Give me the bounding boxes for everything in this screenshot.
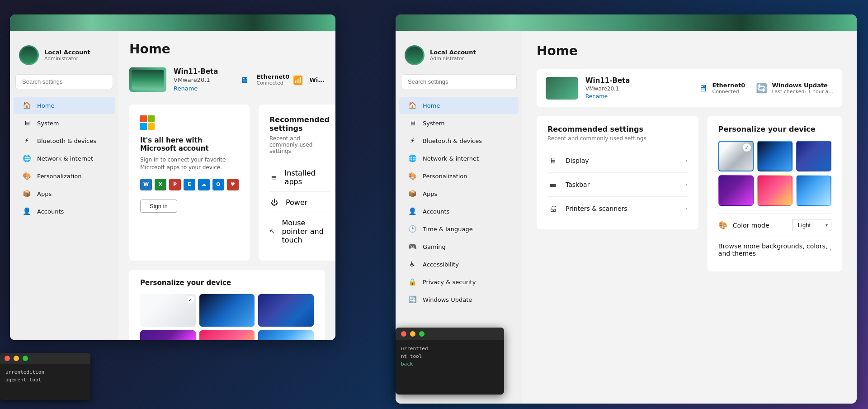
rec-installed-apps[interactable]: ≡ Installed apps bbox=[269, 163, 330, 192]
right-wallpaper-2[interactable] bbox=[757, 141, 793, 171]
right-update-label: Windows Update bbox=[423, 296, 472, 303]
right-ethernet-name: Ethernet0 bbox=[712, 82, 745, 89]
wallpaper-thumb-6[interactable] bbox=[258, 330, 314, 340]
right-device-name: Win11-Beta bbox=[585, 76, 691, 85]
sidebar-item-bluetooth-label: Bluetooth & devices bbox=[37, 138, 96, 144]
left-device-vm: VMware20.1 bbox=[174, 76, 233, 83]
sidebar-item-personalization[interactable]: 🎨 Personalization bbox=[14, 167, 115, 185]
right-rename-link[interactable]: Rename bbox=[585, 93, 691, 100]
right-sidebar-apps[interactable]: 📦 Apps bbox=[399, 185, 519, 202]
right-home-icon: 🏠 bbox=[408, 101, 416, 109]
sidebar-username: Local Account bbox=[44, 49, 90, 56]
wallpaper-thumb-5[interactable] bbox=[199, 330, 255, 340]
right-device-info: Win11-Beta VMware20.1 Rename bbox=[585, 76, 691, 100]
right-rec-printers[interactable]: 🖨 Printers & scanners › bbox=[547, 197, 688, 220]
right-home-label: Home bbox=[423, 102, 440, 109]
right-avatar bbox=[405, 45, 425, 65]
right-rec-display[interactable]: 🖥 Display › bbox=[547, 149, 688, 173]
terminal-close-btn-right[interactable] bbox=[401, 331, 406, 337]
rec-mouse-label: Mouse pointer and touch bbox=[282, 219, 330, 244]
term-right-line-3: back bbox=[401, 361, 499, 367]
right-sidebar-home[interactable]: 🏠 Home bbox=[399, 97, 519, 114]
wallpaper-thumb-3[interactable] bbox=[258, 294, 314, 327]
right-sidebar-personalization[interactable]: 🎨 Personalization bbox=[399, 167, 519, 185]
sidebar-item-bluetooth[interactable]: ⚡ Bluetooth & devices bbox=[14, 132, 115, 149]
left-network-info: 🖥 Ethernet0 Connected 📶 Wi... bbox=[240, 73, 325, 86]
right-rec-subtitle: Recent and commonly used settings bbox=[547, 135, 688, 142]
right-color-mode-select[interactable]: Light Dark Custom bbox=[792, 219, 831, 231]
power-icon: ⏻ bbox=[269, 197, 279, 207]
right-rec-taskbar[interactable]: ▬ Taskbar › bbox=[547, 173, 688, 197]
right-color-select-wrapper: Light Dark Custom ▾ bbox=[792, 219, 831, 231]
right-accounts-icon: 👤 bbox=[408, 207, 416, 215]
right-search-input[interactable] bbox=[401, 74, 517, 89]
left-rename-link[interactable]: Rename bbox=[174, 85, 233, 92]
right-wallpaper-5[interactable] bbox=[757, 175, 793, 206]
terminal-max-btn-left[interactable] bbox=[23, 356, 28, 361]
right-sidebar-privacy[interactable]: 🔒 Privacy & security bbox=[399, 273, 519, 290]
terminal-close-btn-left[interactable] bbox=[5, 356, 10, 361]
right-wallpaper bbox=[396, 14, 857, 31]
term-right-line-2: nt tool bbox=[401, 353, 499, 359]
app-icons-row: W X P E ☁ O ♥ bbox=[140, 179, 239, 190]
sidebar-item-accounts[interactable]: 👤 Accounts bbox=[14, 203, 115, 220]
right-time-icon: 🕒 bbox=[408, 225, 416, 233]
right-browse-themes-label: Browse more backgrounds, colors, and the… bbox=[718, 243, 829, 257]
right-apps-label: Apps bbox=[423, 190, 437, 197]
sidebar-item-system[interactable]: 🖥 System bbox=[14, 114, 115, 132]
right-wallpaper-6[interactable] bbox=[796, 175, 831, 206]
ethernet-icon: 🖥 bbox=[240, 75, 253, 84]
right-browse-themes-row[interactable]: Browse more backgrounds, colors, and the… bbox=[718, 237, 831, 262]
rec-power[interactable]: ⏻ Power bbox=[269, 192, 330, 213]
wallpaper-thumb-4[interactable] bbox=[140, 330, 196, 340]
right-sidebar-accessibility[interactable]: ♿ Accessibility bbox=[399, 256, 519, 273]
sidebar-item-network-label: Network & internet bbox=[37, 155, 93, 162]
selected-indicator: ✓ bbox=[187, 296, 194, 303]
left-wallpaper bbox=[10, 14, 335, 31]
right-rec-display-label: Display bbox=[566, 157, 678, 164]
right-sidebar-bluetooth[interactable]: ⚡ Bluetooth & devices bbox=[399, 132, 519, 149]
sidebar-profile[interactable]: Local Account Administrator bbox=[10, 40, 118, 74]
terminal-min-btn-right[interactable] bbox=[410, 331, 415, 337]
right-rec-section: Recommended settings Recent and commonly… bbox=[537, 116, 698, 229]
right-sidebar-network[interactable]: 🌐 Network & internet bbox=[399, 150, 519, 167]
sidebar-item-accounts-label: Accounts bbox=[37, 208, 64, 215]
bluetooth-icon: ⚡ bbox=[23, 137, 31, 145]
terminal-min-btn-left[interactable] bbox=[14, 356, 19, 361]
right-taskbar-chevron: › bbox=[685, 181, 688, 188]
right-wallpaper-1[interactable]: ✓ bbox=[718, 141, 754, 171]
right-sidebar-system[interactable]: 🖥 System bbox=[399, 114, 519, 132]
onedrive-icon: ☁ bbox=[198, 179, 210, 190]
right-main-area: Home Win11-Beta VMware20.1 Rename 🖥 Ethe… bbox=[522, 31, 857, 404]
system-icon: 🖥 bbox=[23, 119, 31, 127]
sidebar-item-apps[interactable]: 📦 Apps bbox=[14, 185, 115, 202]
left-device-name: Win11-Beta bbox=[174, 67, 233, 76]
rec-mouse-pointer[interactable]: ↖ Mouse pointer and touch bbox=[269, 213, 330, 250]
right-wallpaper-4[interactable] bbox=[718, 175, 754, 206]
terminal-left: urrentedition agement tool bbox=[0, 353, 90, 400]
right-sidebar-gaming[interactable]: 🎮 Gaming bbox=[399, 238, 519, 255]
left-settings-window: Local Account Administrator 🏠 Home 🖥 Sys… bbox=[10, 14, 335, 340]
terminal-titlebar-right bbox=[396, 328, 504, 340]
right-network-block: 🖥 Ethernet0 Connected 🔄 Windows Update L… bbox=[698, 82, 833, 95]
excel-icon: X bbox=[155, 179, 166, 190]
right-sidebar-profile[interactable]: Local Account Administrator bbox=[396, 40, 522, 74]
term-line-2: agement tool bbox=[5, 377, 85, 383]
search-input[interactable] bbox=[15, 74, 113, 89]
right-sidebar-time[interactable]: 🕒 Time & language bbox=[399, 220, 519, 238]
left-device-thumbnail bbox=[129, 67, 166, 92]
sign-in-button[interactable]: Sign in bbox=[140, 200, 177, 213]
right-device-thumbnail bbox=[546, 77, 578, 100]
terminal-max-btn-right[interactable] bbox=[419, 331, 425, 337]
right-privacy-icon: 🔒 bbox=[408, 278, 416, 286]
right-sidebar-update[interactable]: 🔄 Windows Update bbox=[399, 291, 519, 308]
sidebar-item-network[interactable]: 🌐 Network & internet bbox=[14, 150, 115, 167]
right-apps-icon: 📦 bbox=[408, 190, 416, 198]
right-sidebar-accounts[interactable]: 👤 Accounts bbox=[399, 203, 519, 220]
right-winupdate-status: Last checked: 1 hour a... bbox=[772, 89, 833, 95]
sidebar-item-home[interactable]: 🏠 Home bbox=[14, 97, 115, 114]
right-wallpaper-3[interactable] bbox=[796, 141, 831, 171]
wallpaper-thumb-2[interactable] bbox=[199, 294, 255, 327]
wallpaper-thumb-1[interactable]: ✓ bbox=[140, 294, 196, 327]
left-rec-settings-card: Recommended settings Recent and commonly… bbox=[259, 105, 335, 261]
